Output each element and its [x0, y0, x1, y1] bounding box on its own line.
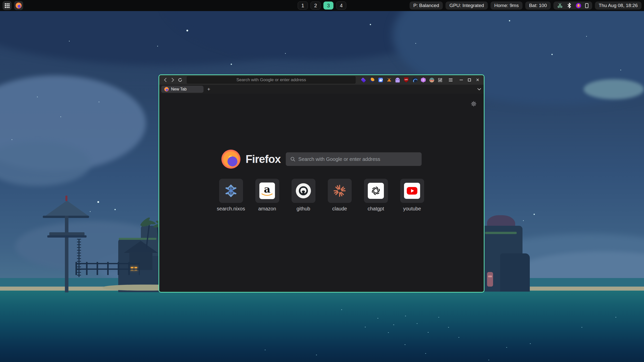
newtab-search-bar[interactable]	[286, 152, 422, 166]
ghost-icon	[395, 78, 400, 82]
youtube-play-icon	[407, 187, 417, 195]
back-button[interactable]	[162, 76, 168, 84]
firefox-icon	[16, 3, 22, 9]
openai-knot-icon	[370, 185, 382, 197]
list-all-tabs-button[interactable]	[477, 85, 481, 94]
firefox-wordmark: Firefox	[246, 153, 281, 165]
shortcut-label: github	[297, 206, 310, 212]
shortcut-youtube[interactable]: youtube	[400, 179, 424, 212]
top-status-bar: 1 2 3 4 P: Balanced GPU: Integrated Home…	[0, 0, 644, 11]
power-profile-status[interactable]: P: Balanced	[410, 2, 443, 10]
extension-button-avatar[interactable]	[429, 77, 434, 83]
shortcut-label: claude	[332, 206, 347, 212]
extensions-manager-button[interactable]	[438, 77, 443, 83]
wallpaper-rock-right	[500, 253, 530, 292]
workspace-button-1[interactable]: 1	[298, 2, 308, 10]
workspace-switcher: 1 2 3 4	[298, 2, 346, 10]
shortcut-label: youtube	[403, 206, 421, 212]
workspace-button-4[interactable]: 4	[336, 2, 346, 10]
reload-icon	[178, 78, 182, 82]
firefox-window: UO ✳ ×	[158, 74, 485, 293]
apps-grid-icon	[5, 3, 10, 8]
wallpaper-hut-roof	[124, 241, 158, 253]
purple-layers-icon	[361, 77, 366, 82]
wallpaper-tower-pole	[65, 216, 68, 292]
wallpaper-tower-finial	[65, 196, 67, 201]
url-bar[interactable]	[187, 76, 356, 84]
shortcut-amazon[interactable]: a amazon	[255, 179, 279, 212]
blue-lock-icon	[378, 78, 383, 82]
desktop: 1 2 3 4 P: Balanced GPU: Integrated Home…	[0, 0, 644, 362]
extension-button-hexagon[interactable]: ✳	[421, 77, 426, 83]
new-tab-page: Firefox	[159, 94, 484, 291]
wallpaper-island-moss	[119, 238, 156, 240]
firefox-logo	[221, 150, 240, 169]
shortcut-label: search.nixos	[217, 206, 245, 212]
metamask-fox-icon	[387, 78, 392, 82]
extensions-row: UO ✳	[361, 77, 453, 83]
power-profile-label: P: Balanced	[413, 3, 439, 8]
maximize-button[interactable]	[468, 78, 471, 81]
app-launcher-button[interactable]	[3, 1, 12, 10]
extension-button-dark-orb[interactable]	[369, 77, 375, 83]
window-controls: ×	[460, 77, 479, 83]
app-menu-button[interactable]	[449, 78, 453, 81]
tab-new-tab[interactable]: New Tab	[161, 86, 204, 93]
clock[interactable]: Thu Aug 08, 18:26	[595, 2, 641, 10]
nixos-snowflake-icon	[224, 184, 238, 198]
ping-label: Home: 9ms	[494, 3, 519, 8]
wallpaper-ocean	[0, 291, 644, 362]
shortcut-tiles: search.nixos a amazon	[159, 179, 484, 212]
wallpaper-cloud	[584, 79, 644, 99]
shortcut-label: chatgpt	[368, 206, 384, 212]
forward-icon	[171, 78, 175, 82]
wallpaper-lantern	[487, 272, 493, 287]
blue-arc-icon	[412, 77, 417, 82]
wallpaper-tower-roof	[44, 201, 90, 217]
shortcut-chatgpt[interactable]: chatgpt	[364, 179, 388, 212]
amazon-smile-icon	[261, 193, 273, 197]
firefox-launcher-button[interactable]	[14, 1, 23, 10]
chevron-down-icon	[477, 88, 481, 90]
close-button[interactable]: ×	[476, 77, 479, 83]
shortcut-label: amazon	[258, 206, 276, 212]
personalize-settings-button[interactable]	[471, 101, 477, 108]
wallpaper-moss-right	[485, 232, 517, 234]
extension-button-ublock[interactable]: UO	[404, 77, 409, 83]
battery-label: Bat: 100	[529, 3, 547, 8]
url-input[interactable]	[187, 76, 356, 84]
ping-status[interactable]: Home: 9ms	[491, 2, 522, 10]
extension-button-metamask[interactable]	[386, 77, 392, 83]
newtab-search-input[interactable]	[298, 156, 417, 162]
ublock-shield-icon: UO	[404, 77, 409, 82]
shortcut-github[interactable]: github	[292, 179, 315, 212]
extension-button-vpn[interactable]	[412, 77, 417, 83]
battery-status[interactable]: Bat: 100	[525, 2, 551, 10]
wallpaper-pier-fence	[75, 262, 140, 275]
purple-hexagon-icon: ✳	[421, 77, 426, 82]
extension-button-ghostery[interactable]	[395, 77, 400, 83]
shortcut-search-nixos[interactable]: search.nixos	[219, 179, 243, 212]
workspace-button-2[interactable]: 2	[311, 2, 321, 10]
clock-label: Thu Aug 08, 18:26	[599, 3, 638, 8]
gear-icon	[471, 101, 477, 107]
extension-button-purple-layers[interactable]	[361, 77, 366, 83]
navigation-toolbar: UO ✳ ×	[159, 75, 484, 85]
system-tray[interactable]	[553, 2, 592, 10]
shortcut-claude[interactable]: claude	[328, 179, 352, 212]
scissors-icon	[557, 3, 563, 8]
puzzle-piece-icon	[438, 78, 443, 82]
tab-label: New Tab	[171, 87, 187, 92]
forward-button[interactable]	[170, 76, 176, 84]
minimize-button[interactable]	[460, 80, 463, 80]
flame-notification-icon	[576, 3, 581, 8]
workspace-button-3-active[interactable]: 3	[324, 2, 334, 10]
github-octocat-icon	[298, 186, 308, 196]
claude-starburst-icon	[333, 184, 346, 198]
tab-favicon-firefox-icon	[164, 87, 169, 92]
wallpaper-tower-platform	[47, 235, 87, 238]
extension-button-blue-lock[interactable]	[378, 77, 383, 83]
gpu-status[interactable]: GPU: Integrated	[446, 2, 488, 10]
new-tab-button[interactable]: +	[205, 86, 213, 93]
reload-button[interactable]	[177, 76, 183, 84]
